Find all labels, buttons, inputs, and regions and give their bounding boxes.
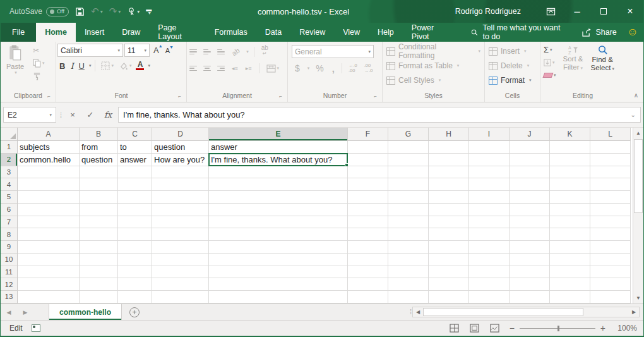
cell-A8[interactable] <box>18 228 80 241</box>
cell-D8[interactable] <box>152 228 209 241</box>
cell-D2[interactable]: How are you? <box>152 154 209 166</box>
autosum-button[interactable]: Σ▾ <box>542 44 558 56</box>
align-right-button[interactable] <box>216 64 226 73</box>
cell-A7[interactable] <box>18 216 80 229</box>
font-dialog-launcher[interactable]: ⌐ <box>178 94 184 100</box>
row-header-12[interactable]: 12 <box>1 278 18 291</box>
cell-B11[interactable] <box>80 266 118 279</box>
cell-G11[interactable] <box>388 266 429 279</box>
cell-H2[interactable] <box>429 154 469 166</box>
cell-H13[interactable] <box>429 291 469 303</box>
cell-E11[interactable] <box>209 266 348 279</box>
cell-J12[interactable] <box>510 278 550 291</box>
cell-G10[interactable] <box>388 254 429 266</box>
cell-K3[interactable] <box>550 166 590 179</box>
conditional-formatting-button[interactable]: Conditional Formatting▾ <box>384 44 483 58</box>
accounting-format-button[interactable]: $ <box>293 61 302 75</box>
column-header-K[interactable]: K <box>550 128 590 141</box>
cell-L8[interactable] <box>590 228 631 241</box>
align-center-button[interactable] <box>202 64 212 73</box>
cell-F3[interactable] <box>348 166 388 179</box>
align-middle-button[interactable] <box>202 48 212 56</box>
row-header-11[interactable]: 11 <box>1 266 18 279</box>
cell-A2[interactable]: common.hello <box>18 154 80 166</box>
font-color-button[interactable]: A <box>134 61 145 70</box>
cell-J2[interactable] <box>510 154 550 166</box>
next-sheet-button[interactable]: ▶ <box>17 304 33 320</box>
cell-E6[interactable] <box>209 204 348 216</box>
cell-A11[interactable] <box>18 266 80 279</box>
orientation-button[interactable]: ab <box>227 43 244 61</box>
cell-J5[interactable] <box>510 191 550 204</box>
cell-A6[interactable] <box>18 204 80 216</box>
row-header-9[interactable]: 9 <box>1 241 18 254</box>
expand-formula-bar-icon[interactable]: ⌄ <box>631 111 636 118</box>
row-header-1[interactable]: 1 <box>1 141 18 154</box>
row-header-3[interactable]: 3 <box>1 166 18 179</box>
scroll-right-icon[interactable]: ▶ <box>629 309 639 315</box>
cell-B10[interactable] <box>80 254 118 266</box>
cell-C7[interactable] <box>118 216 152 229</box>
number-format-select[interactable]: General▾ <box>292 45 374 58</box>
select-all-corner[interactable] <box>1 128 18 141</box>
cell-E9[interactable] <box>209 241 348 254</box>
cell-I2[interactable] <box>469 154 510 166</box>
tab-view[interactable]: View <box>334 23 369 42</box>
increase-decimal-button[interactable]: ←.0.00 <box>347 63 359 73</box>
percent-style-button[interactable]: % <box>314 61 325 75</box>
cell-A4[interactable] <box>18 178 80 191</box>
tab-home[interactable]: Home <box>36 23 76 42</box>
cell-K13[interactable] <box>550 291 590 303</box>
cell-F13[interactable] <box>348 291 388 303</box>
cell-F8[interactable] <box>348 228 388 241</box>
cell-H8[interactable] <box>429 228 469 241</box>
cell-L6[interactable] <box>590 204 631 216</box>
redo-button[interactable]: ↷▾ <box>109 6 121 17</box>
cell-D7[interactable] <box>152 216 209 229</box>
cell-B6[interactable] <box>80 204 118 216</box>
number-dialog-launcher[interactable]: ⌐ <box>374 94 380 100</box>
cell-K2[interactable] <box>550 154 590 166</box>
cell-D4[interactable] <box>152 178 209 191</box>
cell-F1[interactable] <box>348 141 388 154</box>
touch-mouse-mode-button[interactable]: ▾ <box>127 7 140 16</box>
horizontal-scrollbar[interactable]: ◀ ▶ <box>412 307 640 317</box>
cell-G4[interactable] <box>388 178 429 191</box>
column-header-L[interactable]: L <box>590 128 631 141</box>
cell-E1[interactable]: answer <box>209 141 348 154</box>
cell-B9[interactable] <box>80 241 118 254</box>
decrease-decimal-button[interactable]: .00→.0 <box>363 63 374 73</box>
cell-E7[interactable] <box>209 216 348 229</box>
cell-L5[interactable] <box>590 191 631 204</box>
format-as-table-button[interactable]: Format as Table▾ <box>384 59 483 73</box>
vertical-scrollbar[interactable]: ▲ ▼ <box>633 128 643 303</box>
increase-indent-button[interactable]: ▸≡ <box>244 61 254 75</box>
cell-I9[interactable] <box>469 241 510 254</box>
increase-font-size-button[interactable]: A▲ <box>151 46 162 55</box>
cell-G6[interactable] <box>388 204 429 216</box>
cell-L12[interactable] <box>590 278 631 291</box>
cell-C5[interactable] <box>118 191 152 204</box>
wrap-text-button[interactable]: ab↵ <box>259 45 270 59</box>
zoom-level[interactable]: 100% <box>614 324 637 333</box>
cell-H10[interactable] <box>429 254 469 266</box>
cell-K1[interactable] <box>550 141 590 154</box>
cell-J7[interactable] <box>510 216 550 229</box>
cell-F10[interactable] <box>348 254 388 266</box>
cell-H3[interactable] <box>429 166 469 179</box>
tab-help[interactable]: Help <box>369 23 403 42</box>
cell-E3[interactable] <box>209 166 348 179</box>
cell-H7[interactable] <box>429 216 469 229</box>
zoom-in-button[interactable]: + <box>600 323 605 333</box>
tab-splitter-grip[interactable]: ⁞ <box>410 309 411 316</box>
cell-F4[interactable] <box>348 178 388 191</box>
cell-B8[interactable] <box>80 228 118 241</box>
cell-C1[interactable]: to <box>118 141 152 154</box>
cell-C9[interactable] <box>118 241 152 254</box>
horizontal-scroll-thumb[interactable] <box>423 308 583 316</box>
cell-F5[interactable] <box>348 191 388 204</box>
vertical-scroll-thumb[interactable] <box>634 139 643 213</box>
tell-me-search[interactable]: Tell me what you want to do <box>463 23 575 42</box>
cell-A13[interactable] <box>18 291 80 303</box>
cell-F7[interactable] <box>348 216 388 229</box>
